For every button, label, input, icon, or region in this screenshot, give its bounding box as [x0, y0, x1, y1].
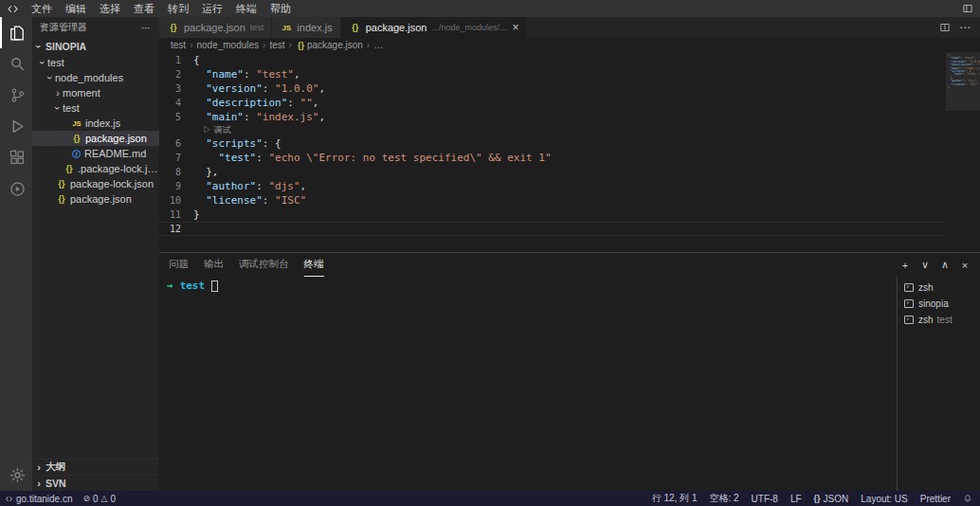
status-bar: go.titanide.cn ⊘ 0 △ 0 行 12, 列 1空格: 2UTF…	[0, 491, 980, 506]
code-line[interactable]: 2"name": "test",	[159, 67, 946, 81]
layout-toggle-icon[interactable]	[955, 3, 980, 14]
cursor-position[interactable]: 行 12, 列 1	[652, 492, 698, 505]
tab-desc: .../node_modules/...	[431, 23, 506, 32]
tree-item-moment[interactable]: ›moment	[32, 85, 159, 100]
run-debug-icon[interactable]	[0, 111, 32, 142]
menu-item-run[interactable]: 运行	[195, 0, 229, 17]
menu-item-help[interactable]: 帮助	[263, 0, 298, 17]
formatter[interactable]: Prettier	[920, 494, 951, 504]
breadcrumb-item-node_modules[interactable]: node_modules	[196, 40, 259, 50]
json-file-icon: {}	[70, 134, 83, 143]
code-text: }	[193, 208, 200, 221]
code-line[interactable]: 6"scripts": {	[159, 136, 946, 151]
menu-item-go[interactable]: 转到	[161, 0, 195, 17]
tab-label: package.json	[184, 22, 245, 33]
tree-item-test[interactable]: ›test	[32, 55, 159, 70]
code-line[interactable]: 12	[159, 222, 946, 236]
codelens-debug-link[interactable]: ▷ 调试	[193, 124, 231, 136]
language-mode[interactable]: {}JSON	[814, 494, 849, 504]
code-line[interactable]: 3"version": "1.0.0",	[159, 81, 946, 96]
eol[interactable]: LF	[790, 494, 802, 504]
editor-tab-package.json-0[interactable]: {}package.jsontest	[159, 17, 272, 38]
notifications-bell-icon[interactable]	[963, 494, 972, 503]
tree-item-.package-lock.json[interactable]: ›{}.package-lock.json	[32, 161, 159, 176]
panel-tab-debug-console[interactable]: 调试控制台	[239, 253, 289, 277]
source-control-icon[interactable]	[0, 80, 32, 111]
breadcrumb-item-test[interactable]: test	[269, 40, 284, 50]
breadcrumb-item-…[interactable]: …	[373, 40, 383, 50]
codelens-row[interactable]: ▷ 调试	[159, 124, 946, 136]
explorer-icon[interactable]	[0, 17, 32, 48]
breadcrumb-item-test[interactable]: test	[171, 40, 186, 50]
menu-item-view[interactable]: 查看	[127, 0, 161, 17]
code-line[interactable]: 11}	[159, 208, 946, 222]
keyboard-layout[interactable]: Layout: US	[861, 494, 907, 504]
terminal-list-item-zsh[interactable]: zsh	[898, 280, 980, 296]
encoding[interactable]: UTF-8	[752, 494, 778, 504]
status-bar-right: 行 12, 列 1空格: 2UTF-8LF{}JSONLayout: USPre…	[652, 492, 972, 505]
workspace-section-header[interactable]: › SINOPIA	[32, 38, 159, 55]
terminal-list-item-zsh-test[interactable]: zshtest	[898, 312, 980, 328]
code-line[interactable]: 9"author": "djs",	[159, 179, 946, 193]
terminal-list-item-sinopia[interactable]: sinopia	[898, 296, 980, 312]
remote-indicator[interactable]: go.titanide.cn	[5, 491, 73, 506]
tree-item-index.js[interactable]: ›JSindex.js	[32, 116, 159, 131]
indentation[interactable]: 空格: 2	[709, 492, 738, 505]
code-line[interactable]: 10"license": "ISC"	[159, 193, 946, 208]
tree-item-label: package.json	[70, 193, 132, 205]
tree-item-package.json[interactable]: ›{}package.json	[32, 191, 159, 207]
code-line[interactable]: 4"description": "",	[159, 96, 946, 110]
breadcrumb-item-package.json[interactable]: {}package.json	[296, 40, 363, 50]
panel-header: 问题输出调试控制台终端 +∨∧×	[159, 253, 980, 277]
editor-tab-package.json-2[interactable]: {}package.json.../node_modules/...×	[341, 17, 528, 38]
editor-more-actions-icon[interactable]: ⋯	[959, 21, 971, 34]
split-editor-icon[interactable]	[939, 22, 951, 33]
tree-item-label: package.json	[85, 133, 147, 144]
panel-tab-terminal[interactable]: 终端	[304, 253, 324, 277]
chevron-down-icon: ›	[45, 73, 55, 82]
code-text: "name": "test",	[193, 68, 300, 81]
panel-tab-problems[interactable]: 问题	[169, 253, 189, 277]
terminal-profile-dropdown-icon[interactable]: ∨	[919, 259, 931, 271]
code-text: "description": "",	[193, 97, 318, 109]
breadcrumb-label: node_modules	[196, 40, 259, 50]
panel-body: → test zshsinopiazshtest	[159, 277, 980, 491]
code-line[interactable]: 5"main": "index.js",	[159, 110, 946, 124]
terminal[interactable]: → test	[159, 277, 897, 491]
sidebar-title: 资源管理器	[40, 21, 87, 34]
panel-actions: +∨∧×	[899, 253, 971, 277]
close-panel-icon[interactable]: ×	[959, 260, 971, 271]
menu-item-terminal[interactable]: 终端	[229, 0, 263, 17]
tree-item-test[interactable]: ›test	[32, 100, 159, 116]
json-file-icon: {}	[55, 179, 68, 189]
new-terminal-icon[interactable]: +	[899, 260, 911, 271]
menu-item-selection[interactable]: 选择	[93, 0, 127, 17]
tree-item-package.json[interactable]: ›{}package.json	[32, 131, 159, 146]
maximize-panel-icon[interactable]: ∧	[939, 259, 951, 271]
tree-item-README.md[interactable]: ›iREADME.md	[32, 146, 159, 161]
section-svn[interactable]: ›SVN	[32, 475, 159, 491]
close-icon[interactable]: ×	[513, 23, 519, 32]
tree-item-node_modules[interactable]: ›node_modules	[32, 70, 159, 85]
settings-icon[interactable]	[0, 460, 32, 491]
extensions-icon[interactable]	[0, 142, 32, 173]
chevron-right-icon: ›	[367, 40, 370, 50]
chevron-right-icon: ›	[289, 40, 292, 50]
tab-desc: test	[250, 23, 264, 32]
code-line[interactable]: 7"test": "echo \"Error: no test specifie…	[159, 151, 946, 165]
menu-item-edit[interactable]: 编辑	[59, 0, 93, 17]
search-icon[interactable]	[0, 48, 32, 80]
views-more-actions-icon[interactable]: ⋯	[141, 23, 152, 33]
menu-item-file[interactable]: 文件	[25, 0, 59, 17]
problems-indicator[interactable]: ⊘ 0 △ 0	[83, 491, 117, 506]
run-circle-icon[interactable]	[0, 173, 32, 205]
code-line[interactable]: 8},	[159, 165, 946, 179]
minimap[interactable]: {"name": "test","version": "1.0.0","desc…	[946, 52, 980, 252]
section-outline[interactable]: ›大纲	[32, 459, 159, 475]
code-line[interactable]: 1{	[159, 53, 946, 67]
tree-item-label: moment	[63, 87, 100, 99]
activity-bar-spacer	[0, 205, 32, 460]
panel-tab-output[interactable]: 输出	[204, 253, 224, 277]
tree-item-package-lock.json[interactable]: ›{}package-lock.json	[32, 176, 159, 191]
editor-tab-index.js-1[interactable]: JSindex.js	[272, 17, 340, 38]
